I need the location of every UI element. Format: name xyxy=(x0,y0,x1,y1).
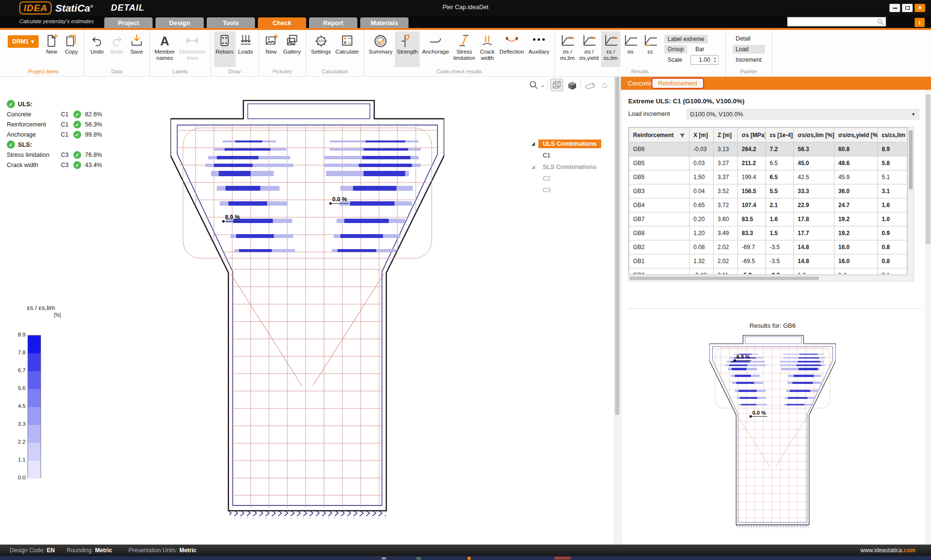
spin-down-icon[interactable]: ▼ xyxy=(714,60,717,63)
wireframe-view-button[interactable] xyxy=(550,79,563,91)
result-strain-button[interactable]: εs xyxy=(641,31,660,67)
undo-button[interactable]: Undo xyxy=(87,31,107,67)
search-box[interactable] xyxy=(787,17,886,27)
copy-project-item-button[interactable]: Copy xyxy=(62,31,81,67)
tree-item-c1[interactable]: C1 xyxy=(538,150,601,161)
tree-item-sls-combinations[interactable]: SLS Combinations xyxy=(531,161,601,173)
group-label-calculation: Calculation xyxy=(307,68,363,76)
result-sigma-button[interactable]: σs xyxy=(621,31,640,67)
col-header-reinforcement[interactable]: Reinforcement xyxy=(629,128,690,142)
minimize-button[interactable] xyxy=(889,4,900,12)
table-row[interactable]: GB81.203.4983.31.517.719.20.9 xyxy=(629,226,908,240)
tab-design[interactable]: Design xyxy=(155,17,204,28)
table-row[interactable]: GB30.043.52156.55.533.336.03.1 xyxy=(629,184,908,198)
new-picture-button[interactable]: New xyxy=(262,31,281,67)
loads-button[interactable]: Loads xyxy=(236,31,255,67)
col-header-sigma[interactable]: σs [MPa] xyxy=(738,128,766,142)
anchorage-button[interactable]: Anchorage xyxy=(420,31,451,67)
bar-toggle[interactable]: Bar xyxy=(692,45,708,54)
palette-load-toggle[interactable]: Load xyxy=(733,45,765,54)
save-button[interactable]: Save xyxy=(127,31,146,67)
tab-reinforcement[interactable]: Reinforcement xyxy=(651,78,704,89)
col-header-sigma-yield[interactable]: σs/σs,yield [%] xyxy=(834,128,878,142)
label-extreme-toggle[interactable]: Label extreme xyxy=(664,35,708,43)
scrollbar-thumb[interactable] xyxy=(630,277,819,280)
gallery-button[interactable]: Gallery xyxy=(282,31,303,67)
table-horizontal-scrollbar[interactable] xyxy=(628,275,914,281)
rebars-button[interactable]: Rebars xyxy=(214,31,236,67)
tree-item-c2[interactable]: C2 xyxy=(538,173,601,184)
table-row[interactable]: GB50.033.27211.26.545.048.65.8 xyxy=(629,156,908,170)
scrollbar-thumb[interactable] xyxy=(615,77,620,415)
table-row[interactable]: GB6-0.033.13264.27.256.360.88.9 xyxy=(629,142,908,156)
col-header-z[interactable]: Z [m] xyxy=(714,128,738,142)
col-header-sigma-lim[interactable]: σs/σs,lim [%] xyxy=(794,128,834,142)
result-strain-lim-button[interactable]: % εs / εs,lim xyxy=(601,31,621,67)
pier-cap-detail-view[interactable] xyxy=(709,335,836,529)
member-names-button[interactable]: A Member names xyxy=(153,31,177,67)
tree-expander-icon[interactable] xyxy=(531,142,535,146)
table-vertical-scrollbar[interactable] xyxy=(907,127,914,275)
summary-button[interactable]: Summary xyxy=(367,31,395,67)
dimension-lines-button[interactable]: Dimension lines xyxy=(177,31,207,67)
deflection-button[interactable]: Deflection xyxy=(497,31,526,67)
new-picture-icon xyxy=(264,32,279,49)
calculate-button[interactable]: +−×÷ Calculate xyxy=(334,31,361,67)
table-row[interactable]: GB2-0.423.11-5.9-0.31.31.40.1 xyxy=(629,268,908,275)
result-sigma-yield-button[interactable]: % σs / σs,yield xyxy=(578,31,601,67)
section-view-button[interactable] xyxy=(583,79,596,91)
tab-concrete[interactable]: Concrete xyxy=(628,77,652,90)
col-header-x[interactable]: X [m] xyxy=(690,128,714,142)
search-input[interactable] xyxy=(788,18,877,25)
load-increment-select[interactable]: G100.0%, V100.0% ▼ xyxy=(686,109,919,120)
load-increment-label: Load increment xyxy=(628,111,670,117)
new-project-item-button[interactable]: New xyxy=(42,31,61,67)
tab-tools[interactable]: Tools xyxy=(207,17,255,28)
close-button[interactable]: ✕ xyxy=(915,4,925,12)
website-link[interactable]: www.ideastatica.com xyxy=(860,547,916,554)
tab-materials[interactable]: Materials xyxy=(360,17,409,28)
crack-width-button[interactable]: Crack width xyxy=(478,31,497,67)
group-label-project-items: Project items xyxy=(4,68,83,76)
group-toggle[interactable]: Group xyxy=(664,45,687,54)
auxiliary-button[interactable]: Auxiliary xyxy=(526,31,551,67)
table-row[interactable]: GB11.322.02-69.5-3.514.816.00.8 xyxy=(629,254,908,268)
tab-check[interactable]: Check xyxy=(258,17,306,28)
zoom-dropdown-chevron-icon[interactable]: ⌄ xyxy=(540,82,545,88)
table-row[interactable]: GB20.082.02-69.7-3.514.816.00.8 xyxy=(629,240,908,254)
maximize-button[interactable] xyxy=(902,4,913,12)
table-row[interactable]: GB51.503.37199.46.542.545.95.1 xyxy=(629,170,908,184)
redo-button[interactable]: Redo xyxy=(107,31,127,67)
drm-selector-button[interactable]: DRM1 ▾ xyxy=(8,35,39,48)
palette-detail-toggle[interactable]: Detail xyxy=(733,34,765,43)
palette-increment-toggle[interactable]: Increment xyxy=(733,56,765,64)
settings-button[interactable]: </> Settings xyxy=(309,31,333,67)
solid-view-button[interactable] xyxy=(565,79,578,91)
tree-item-c3[interactable]: C3 xyxy=(538,184,601,196)
spin-up-icon[interactable]: ▲ xyxy=(714,56,717,60)
tab-report[interactable]: Report xyxy=(309,17,357,28)
home-view-button[interactable]: ⌂ xyxy=(598,79,611,91)
table-row[interactable]: GB70.203.6083.51.617.819.21.0 xyxy=(629,212,908,226)
scrollbar-thumb[interactable] xyxy=(926,95,931,244)
info-button[interactable]: i xyxy=(915,18,925,27)
panel-vertical-scrollbar[interactable] xyxy=(925,90,931,545)
col-header-epsilon[interactable]: εs [1e-4] xyxy=(766,128,794,142)
scrollbar-thumb[interactable] xyxy=(909,130,913,189)
result-sigma-lim-button[interactable]: % σs / σs,lim xyxy=(558,31,577,67)
table-row[interactable]: GB40.653.72107.42.122.924.71.6 xyxy=(629,198,908,212)
tree-expander-icon[interactable] xyxy=(531,165,535,169)
strength-button[interactable]: Strength xyxy=(395,31,420,67)
zoom-button[interactable] xyxy=(527,79,540,91)
filter-icon[interactable] xyxy=(679,133,685,139)
stress-limitation-button[interactable]: Stress limitation xyxy=(451,31,477,67)
tab-project[interactable]: Project xyxy=(104,17,153,28)
scale-stepper[interactable]: 1.00 ▲▼ xyxy=(691,55,719,65)
model-viewport[interactable]: ✓ULS: ConcreteC1 ✓82.6% ReinforcementC1 … xyxy=(0,77,621,545)
canvas-vertical-scrollbar[interactable] xyxy=(614,77,620,545)
pier-cap-main-view[interactable] xyxy=(170,100,444,519)
tree-item-uls-combinations[interactable]: ULS Combinations xyxy=(531,138,601,150)
check-row-crack-width: Crack widthC3 ✓43.4% xyxy=(7,160,109,170)
col-header-epsilon-lim[interactable]: εs/εs,lim [%] xyxy=(878,128,908,142)
legend-title: εs / εs,lim xyxy=(14,304,68,311)
